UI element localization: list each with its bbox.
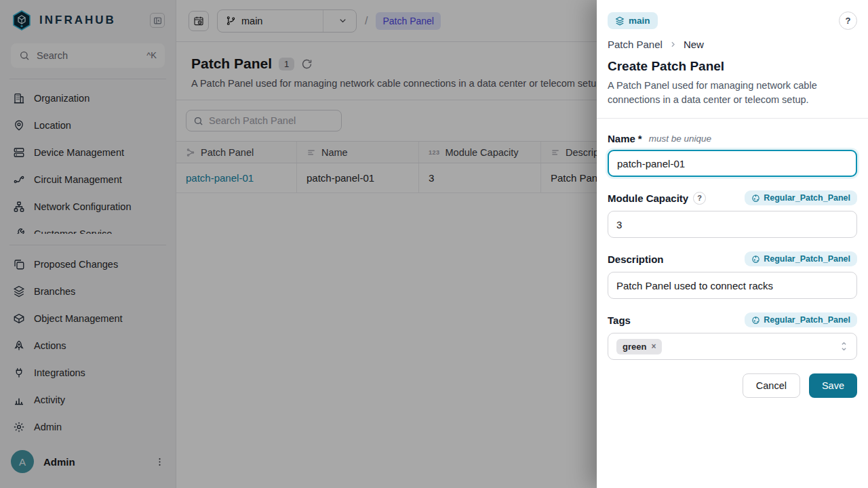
schema-icon (751, 316, 760, 325)
tags-label: Tags (608, 314, 631, 326)
required-marker: * (638, 133, 642, 144)
branch-badge[interactable]: main (608, 12, 658, 29)
name-input[interactable] (608, 150, 857, 177)
field-tags: Tags Regular_Patch_Panel green × (608, 312, 857, 360)
tags-select[interactable]: green × (608, 333, 857, 360)
field-description: Description Regular_Patch_Panel (608, 251, 857, 299)
chevron-right-icon (669, 40, 677, 49)
drawer-description: A Patch Panel used for managing network … (608, 79, 852, 107)
kind-badge-module-capacity[interactable]: Regular_Patch_Panel (745, 190, 857, 205)
save-button[interactable]: Save (809, 373, 857, 398)
kind-badge-description[interactable]: Regular_Patch_Panel (745, 251, 857, 266)
field-name: Name * must be unique (608, 133, 857, 177)
name-label: Name (608, 133, 635, 144)
schema-icon (751, 255, 760, 264)
schema-icon (751, 194, 760, 203)
breadcrumb-current: New (684, 39, 704, 50)
breadcrumb-parent[interactable]: Patch Panel (608, 39, 663, 50)
name-hint: must be unique (649, 134, 711, 144)
branch-badge-label: main (629, 16, 650, 26)
drawer-breadcrumb: Patch Panel New (608, 39, 857, 50)
remove-tag-icon[interactable]: × (651, 342, 656, 350)
drawer-header: main ? Patch Panel New Create Patch Pane… (597, 0, 868, 119)
create-patch-panel-drawer: main ? Patch Panel New Create Patch Pane… (597, 0, 868, 488)
tag-chip-green: green × (616, 339, 662, 354)
tag-chip-label: green (623, 342, 646, 352)
field-module-capacity: Module Capacity ? Regular_Patch_Panel (608, 190, 857, 238)
app-window: INFRAHUB Search ^K (0, 0, 868, 488)
create-form: Name * must be unique Module Capacity ? (597, 119, 868, 488)
kind-badge-tags[interactable]: Regular_Patch_Panel (745, 312, 857, 327)
drawer-title: Create Patch Panel (608, 59, 857, 74)
module-capacity-label: Module Capacity (608, 192, 688, 204)
drawer-actions: Cancel Save (608, 373, 857, 398)
module-capacity-help-icon[interactable]: ? (693, 192, 706, 205)
layers-icon (615, 16, 625, 26)
module-capacity-input[interactable] (608, 211, 857, 238)
description-input[interactable] (608, 272, 857, 299)
cancel-button[interactable]: Cancel (743, 373, 800, 398)
description-label: Description (608, 253, 664, 265)
select-chevrons-icon (840, 341, 848, 352)
help-button[interactable]: ? (839, 12, 857, 30)
